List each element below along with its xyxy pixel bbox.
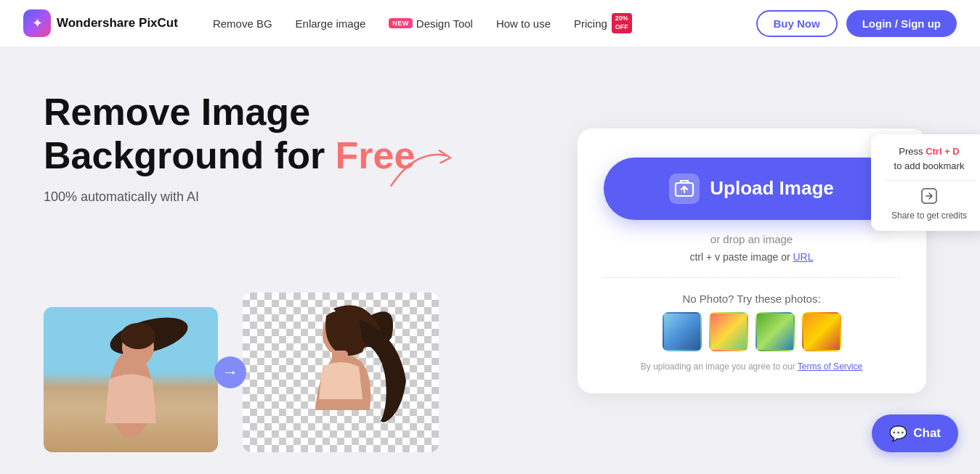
nav-how-to-use[interactable]: How to use xyxy=(496,17,551,30)
logo-icon: ✦ xyxy=(23,9,51,37)
navbar: ✦ Wondershare PixCut Remove BG Enlarge i… xyxy=(0,0,980,47)
bookmark-divider xyxy=(883,180,976,181)
photo-thumbs xyxy=(604,312,900,351)
beach-scene xyxy=(44,307,218,452)
terms-text: By uploading an image you agree to our T… xyxy=(604,361,900,372)
logo-text: Wondershare PixCut xyxy=(57,16,178,30)
new-badge: NEW xyxy=(389,18,413,28)
share-text: Share to get credits xyxy=(883,211,976,221)
upload-section: Upload Image or drop an image ctrl + v p… xyxy=(523,47,980,474)
divider xyxy=(604,277,900,278)
arrow-icon: → xyxy=(214,356,246,388)
woman-result-svg xyxy=(268,294,413,452)
buy-now-button[interactable]: Buy Now xyxy=(756,10,838,37)
demo-images: → xyxy=(44,293,439,452)
logo[interactable]: ✦ Wondershare PixCut xyxy=(23,9,178,37)
nav-actions: Buy Now Login / Sign up xyxy=(756,10,957,37)
svg-rect-4 xyxy=(129,361,144,376)
ctrl-d-text: Ctrl + D xyxy=(926,146,960,157)
pricing-badge: 20%OFF xyxy=(612,13,632,33)
nav-pricing[interactable]: Pricing 20%OFF xyxy=(574,13,632,33)
bookmark-popup: Press Ctrl + D to add bookmark Share to … xyxy=(871,134,980,231)
arrow-decoration xyxy=(385,142,458,200)
sample-photo-3[interactable] xyxy=(756,312,795,351)
main-content: Remove ImageBackground for Free 100% aut… xyxy=(0,47,980,474)
sample-photo-2[interactable] xyxy=(709,312,748,351)
bookmark-text: Press Ctrl + D to add bookmark xyxy=(883,144,976,173)
upload-button[interactable]: Upload Image xyxy=(604,158,900,220)
hero-section: Remove ImageBackground for Free 100% aut… xyxy=(0,47,523,474)
try-photos-label: No Photo? Try these photos: xyxy=(604,293,900,305)
terms-link[interactable]: Terms of Service xyxy=(798,361,862,372)
nav-enlarge-image[interactable]: Enlarge image xyxy=(296,17,366,30)
svg-point-3 xyxy=(121,323,155,349)
login-button[interactable]: Login / Sign up xyxy=(846,10,957,37)
demo-original xyxy=(44,307,218,452)
chat-button[interactable]: 💬 Chat xyxy=(872,414,958,452)
paste-text: ctrl + v paste image or URL xyxy=(604,251,900,263)
share-icon xyxy=(883,188,976,208)
try-photos: No Photo? Try these photos: By uploading… xyxy=(604,293,900,372)
nav-links: Remove BG Enlarge image NEW Design Tool … xyxy=(213,13,756,33)
nav-design-tool[interactable]: NEW Design Tool xyxy=(389,17,473,30)
url-link[interactable]: URL xyxy=(793,251,814,263)
sample-photo-4[interactable] xyxy=(802,312,841,351)
chat-icon: 💬 xyxy=(889,425,907,442)
upload-icon xyxy=(669,173,700,204)
upload-meta: or drop an image ctrl + v paste image or… xyxy=(604,233,900,263)
drop-text: or drop an image xyxy=(604,233,900,245)
demo-result xyxy=(243,293,439,452)
sample-photo-1[interactable] xyxy=(663,312,702,351)
nav-remove-bg[interactable]: Remove BG xyxy=(213,17,272,30)
woman-original-svg xyxy=(69,307,193,452)
